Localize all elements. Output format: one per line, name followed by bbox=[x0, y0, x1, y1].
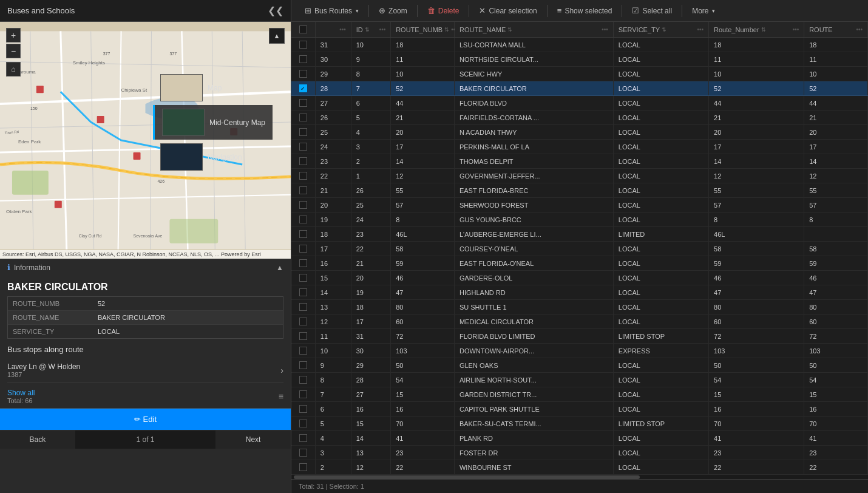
row-checkbox[interactable] bbox=[299, 157, 307, 165]
row-checkbox[interactable] bbox=[299, 376, 307, 384]
zoom-button[interactable]: ⊕ Zoom bbox=[373, 2, 413, 19]
bus-routes-button[interactable]: ⊞ Bus Routes ▾ bbox=[299, 2, 365, 19]
row-route-cell: 11 bbox=[804, 52, 868, 67]
col-header-service-ty: SERVICE_TY ⇅ ••• bbox=[613, 22, 708, 38]
row-checkbox[interactable] bbox=[299, 274, 307, 282]
bus-stop-item[interactable]: Lavey Ln @ W Holden 1387 › bbox=[7, 359, 283, 382]
col-service-sort-icon[interactable]: ⇅ bbox=[662, 27, 666, 33]
col-route-name-menu-icon[interactable]: ••• bbox=[602, 26, 608, 33]
delete-button[interactable]: 🗑 Delete bbox=[421, 2, 466, 19]
table-wrapper[interactable]: ••• ID ⇅ ••• ROUTE_NUMB ⇅ bbox=[291, 22, 868, 474]
clear-icon: ✕ bbox=[479, 6, 486, 15]
row-checkbox[interactable] bbox=[299, 143, 307, 151]
info-collapse-button[interactable]: ▲ bbox=[276, 264, 283, 272]
row-checkbox[interactable] bbox=[299, 259, 307, 267]
row-route-number-cell: 47 bbox=[709, 285, 804, 300]
row-checkbox[interactable] bbox=[299, 420, 307, 427]
clear-selection-button[interactable]: ✕ Clear selection bbox=[473, 2, 543, 19]
table-row: 10 30 103 DOWNTOWN-AIRPOR... EXPRESS 103… bbox=[291, 344, 868, 358]
row-route-number-cell: 59 bbox=[709, 256, 804, 271]
row-route-cell: 44 bbox=[804, 96, 868, 110]
row-checkbox-cell bbox=[291, 387, 315, 402]
row-checkbox-cell bbox=[291, 198, 315, 212]
col-route-menu-icon[interactable]: ••• bbox=[856, 26, 863, 33]
row-checkbox[interactable] bbox=[299, 55, 307, 63]
row-route-cell: 12 bbox=[804, 169, 868, 183]
more-button[interactable]: More ▾ bbox=[686, 2, 721, 19]
col-service-menu-icon[interactable]: ••• bbox=[697, 26, 704, 33]
table-row: 14 19 47 HIGHLAND RD LOCAL 47 47 bbox=[291, 285, 868, 300]
zoom-out-button[interactable]: − bbox=[6, 44, 21, 58]
row-route-cell: 15 bbox=[804, 387, 868, 402]
row-checkbox[interactable] bbox=[299, 347, 307, 355]
map-attribution: Sources: Esri, Airbus DS, USGS, NGA, NAS… bbox=[0, 250, 291, 259]
col-header-id: ID ⇅ ••• bbox=[351, 22, 390, 38]
select-all-button[interactable]: ☑ Select all bbox=[626, 2, 678, 19]
table-row: 19 24 8 GUS YOUNG-BRCC LOCAL 8 8 bbox=[291, 212, 868, 227]
expand-map-button[interactable]: ▲ bbox=[269, 28, 285, 44]
row-route-number-cell: 41 bbox=[709, 431, 804, 446]
col-route-numb-sort-icon[interactable]: ⇅ bbox=[444, 27, 449, 33]
row-id-cell: 31 bbox=[351, 329, 390, 344]
map-style-navigation[interactable]: Navigation bbox=[153, 140, 273, 174]
row-checkbox[interactable] bbox=[299, 186, 307, 194]
row-checkbox[interactable] bbox=[299, 201, 307, 209]
row-checkbox[interactable] bbox=[299, 114, 307, 121]
row-route-cell: 21 bbox=[804, 110, 868, 125]
row-checkbox[interactable] bbox=[299, 172, 307, 180]
row-checkbox[interactable] bbox=[299, 405, 307, 413]
list-view-icon[interactable]: ≡ bbox=[279, 392, 283, 401]
home-button[interactable]: ⌂ bbox=[6, 62, 21, 76]
row-checkbox[interactable]: ✓ bbox=[299, 84, 307, 92]
map-thumb-navigation bbox=[160, 143, 203, 171]
row-route-name-cell: HIGHLAND RD bbox=[454, 285, 613, 300]
row-route-numb-cell: 16 bbox=[391, 402, 455, 416]
row-checkbox[interactable] bbox=[299, 288, 307, 296]
horizontal-scrollbar[interactable] bbox=[291, 474, 868, 479]
col-row-menu-icon[interactable]: ••• bbox=[339, 26, 346, 33]
collapse-panel-icon[interactable]: ❮❮ bbox=[268, 5, 283, 16]
show-all-link[interactable]: Show all bbox=[7, 389, 35, 397]
row-checkbox[interactable] bbox=[299, 332, 307, 340]
row-checkbox[interactable] bbox=[299, 303, 307, 311]
row-route-numb-cell: 47 bbox=[391, 285, 455, 300]
row-checkbox[interactable] bbox=[299, 434, 307, 442]
select-all-checkbox[interactable] bbox=[299, 25, 307, 33]
row-checkbox[interactable] bbox=[299, 216, 307, 223]
map-style-map[interactable]: Map bbox=[153, 70, 273, 105]
edit-button[interactable]: ✏ Edit bbox=[0, 409, 291, 430]
row-checkbox[interactable] bbox=[299, 361, 307, 369]
col-route-name-sort-icon[interactable]: ⇅ bbox=[507, 27, 512, 33]
row-checkbox-cell bbox=[291, 110, 315, 125]
row-checkbox[interactable] bbox=[299, 449, 307, 457]
row-route-numb-cell: 50 bbox=[391, 358, 455, 373]
row-checkbox-cell bbox=[291, 329, 315, 344]
next-button[interactable]: Next bbox=[215, 430, 291, 449]
row-checkbox[interactable] bbox=[299, 390, 307, 398]
bus-stop-chevron-icon[interactable]: › bbox=[280, 365, 283, 375]
row-service-ty-cell: LOCAL bbox=[613, 67, 708, 81]
row-checkbox[interactable] bbox=[299, 41, 307, 49]
row-checkbox[interactable] bbox=[299, 70, 307, 78]
col-id-menu-icon[interactable]: ••• bbox=[379, 26, 386, 33]
col-route-number-menu-icon[interactable]: ••• bbox=[793, 26, 799, 33]
zoom-in-button[interactable]: + bbox=[6, 28, 21, 42]
row-checkbox[interactable] bbox=[299, 128, 307, 136]
left-panel: Buses and Schools ❮❮ bbox=[0, 0, 291, 493]
col-route-number-sort-icon[interactable]: ⇅ bbox=[761, 27, 766, 33]
row-checkbox[interactable] bbox=[299, 318, 307, 325]
row-id-cell: 21 bbox=[351, 256, 390, 271]
table-row: 6 16 16 CAPITOL PARK SHUTTLE LOCAL 16 16 bbox=[291, 402, 868, 416]
show-all-left: Show all Total: 66 bbox=[7, 389, 35, 404]
svg-rect-21 bbox=[55, 201, 62, 208]
row-checkbox[interactable] bbox=[299, 230, 307, 238]
table-header-row: ••• ID ⇅ ••• ROUTE_NUMB ⇅ bbox=[291, 22, 868, 38]
col-id-sort-icon[interactable]: ⇅ bbox=[365, 27, 370, 33]
row-id-cell: 8 bbox=[351, 67, 390, 81]
show-selected-button[interactable]: ≡ Show selected bbox=[551, 2, 619, 19]
back-button[interactable]: Back bbox=[0, 430, 75, 449]
row-checkbox[interactable] bbox=[299, 245, 307, 253]
map-style-mid-century[interactable]: Mid-Century Map bbox=[153, 105, 273, 140]
row-checkbox[interactable] bbox=[299, 99, 307, 107]
row-checkbox[interactable] bbox=[299, 463, 307, 471]
